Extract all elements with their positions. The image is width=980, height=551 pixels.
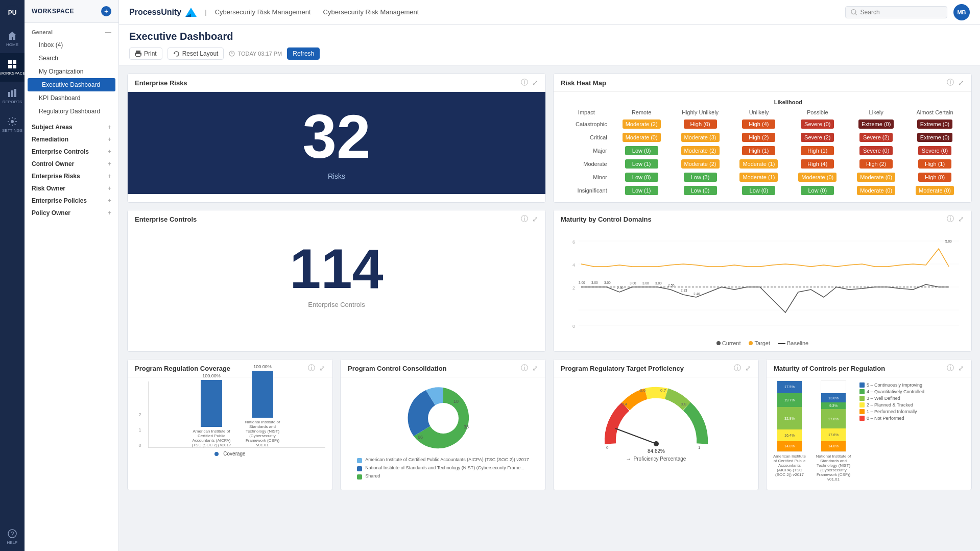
maturity-controls-actions[interactable]: ⓘ ⤢: [947, 364, 964, 373]
donut-legend: American Institute of Certified Public A…: [350, 454, 536, 485]
regulatory-target-title: Program Regulatory Target Proficiency: [561, 365, 684, 372]
nav-home[interactable]: HOME: [0, 25, 25, 53]
sidebar-item-search[interactable]: Search: [25, 52, 118, 65]
gauge-body: 0 0.4 0.6 0.7 0.8 1 84.62% → Proficiency…: [554, 377, 758, 467]
sidebar-item-myorg[interactable]: My Organization: [25, 65, 118, 78]
svg-line-22: [232, 54, 233, 54]
info-icon-3[interactable]: ⓘ: [521, 214, 528, 224]
nav-settings[interactable]: SETTINGS: [0, 110, 25, 139]
maturity-bar-aicpa: 14.8% 16.4% 32.8% 19.7% 17.5% American I…: [772, 380, 807, 482]
sidebar-group-remediation[interactable]: Remediation+: [25, 133, 118, 146]
maturity-bar-nist: 14.8% 17.6% 27.8% 9.3% 13.0% National In…: [816, 380, 851, 482]
reset-icon: [173, 51, 180, 57]
svg-rect-16: [136, 51, 140, 53]
expand-icon-4[interactable]: ⤢: [958, 215, 964, 223]
svg-text:3.00: 3.00: [630, 281, 636, 285]
dashboard-grid: Enterprise Risks ⓘ ⤢ 32 Risks Risk Hea: [119, 65, 980, 498]
app-name: ProcessUnity: [129, 8, 181, 17]
sidebar-item-inbox[interactable]: Inbox (4): [25, 38, 118, 52]
sidebar-group-control_owner[interactable]: Control Owner+: [25, 158, 118, 170]
info-icon[interactable]: ⓘ: [521, 78, 528, 87]
info-icon-5[interactable]: ⓘ: [308, 364, 315, 373]
sidebar-item-regulatory-dashboard[interactable]: Regulatory Dashboard: [25, 105, 118, 118]
expand-icon-7[interactable]: ⤢: [745, 364, 751, 372]
sidebar-group-risk_owner[interactable]: Risk Owner+: [25, 182, 118, 195]
svg-text:84.62%: 84.62%: [648, 448, 665, 454]
svg-text:10: 10: [453, 399, 459, 404]
enterprise-controls-label: Enterprise Controls: [308, 301, 365, 308]
svg-rect-19: [136, 54, 140, 56]
nav-reports[interactable]: REPORTS: [0, 82, 25, 110]
icon-nav: PU HOME WORKSPACE REPORTS SETTINGS ? HEL…: [0, 0, 25, 551]
avatar[interactable]: MB: [953, 4, 970, 20]
expand-icon[interactable]: ⤢: [532, 79, 538, 87]
svg-rect-3: [13, 60, 16, 64]
info-icon-4[interactable]: ⓘ: [947, 214, 954, 224]
svg-text:3.00: 3.00: [642, 281, 649, 285]
svg-text:4: 4: [572, 262, 575, 268]
risk-heat-map-title: Risk Heat Map: [561, 79, 606, 87]
col-remote: Remote: [612, 107, 671, 117]
maturity-line-chart: 6 4 2 0: [561, 233, 964, 336]
info-icon-8[interactable]: ⓘ: [947, 364, 954, 373]
heat-map-row: ModerateLow (1)Moderate (2)Moderate (1)H…: [561, 157, 964, 171]
expand-icon-2[interactable]: ⤢: [958, 79, 964, 87]
dashboard-header: Executive Dashboard Print Reset Layout T…: [119, 25, 980, 65]
general-toggle[interactable]: —: [105, 29, 111, 36]
sidebar-item-kpi-dashboard[interactable]: KPI Dashboard: [25, 91, 118, 105]
sidebar-item-exec-dashboard[interactable]: Executive Dashboard: [28, 78, 115, 91]
search-box[interactable]: [845, 6, 947, 18]
svg-line-47: [615, 428, 656, 444]
reset-layout-button[interactable]: Reset Layout: [168, 47, 224, 60]
print-button[interactable]: Print: [129, 47, 162, 60]
nav-workspace[interactable]: WORKSPACE: [0, 53, 25, 82]
expand-icon-8[interactable]: ⤢: [958, 364, 964, 372]
enterprise-risks-value: 32: [302, 106, 370, 167]
refresh-button[interactable]: Refresh: [287, 47, 320, 60]
top-header: ProcessUnity | Cybersecurity Risk Manage…: [119, 0, 980, 25]
breadcrumb: Cybersecurity Risk Management: [323, 8, 419, 16]
info-icon-6[interactable]: ⓘ: [521, 364, 528, 373]
heat-map-table: Likelihood Impact Remote Highly Unlikely…: [561, 97, 964, 197]
info-icon-2[interactable]: ⓘ: [947, 78, 954, 87]
program-control-actions[interactable]: ⓘ ⤢: [521, 364, 538, 373]
enterprise-risks-title: Enterprise Risks: [135, 79, 187, 87]
nav-help[interactable]: ? HELP: [0, 522, 25, 551]
enterprise-risks-label: Risks: [328, 172, 345, 180]
maturity-chart-legend: Current Target Baseline: [561, 340, 964, 346]
svg-text:?: ?: [11, 531, 14, 538]
sidebar-group-enterprise_controls[interactable]: Enterprise Controls+: [25, 146, 118, 158]
sidebar-group-policy_owner[interactable]: Policy Owner+: [25, 207, 118, 219]
regulatory-target-actions[interactable]: ⓘ ⤢: [734, 364, 751, 373]
program-regulation-actions[interactable]: ⓘ ⤢: [308, 364, 325, 373]
expand-icon-3[interactable]: ⤢: [532, 215, 538, 223]
enterprise-controls-actions[interactable]: ⓘ ⤢: [521, 214, 538, 224]
enterprise-risks-actions[interactable]: ⓘ ⤢: [521, 78, 538, 87]
sidebar-group-subject_areas[interactable]: Subject Areas+: [25, 121, 118, 133]
risk-heat-map-card: Risk Heat Map ⓘ ⤢ Likelihood: [553, 74, 972, 203]
maturity-controls-regulation-card: Maturity of Controls per Regulation ⓘ ⤢ …: [766, 359, 972, 490]
workspace-add-btn[interactable]: +: [101, 6, 111, 16]
legend-target: Target: [749, 340, 770, 346]
legend-shared: Shared: [357, 473, 529, 480]
enterprise-risks-body: 32 Risks: [128, 92, 545, 194]
heat-map-actions[interactable]: ⓘ ⤢: [947, 78, 964, 87]
enterprise-controls-title: Enterprise Controls: [135, 215, 197, 223]
svg-line-15: [855, 13, 857, 15]
enterprise-risks-card: Enterprise Risks ⓘ ⤢ 32 Risks: [127, 74, 546, 203]
coverage-legend: Coverage: [214, 451, 245, 457]
expand-icon-5[interactable]: ⤢: [319, 364, 325, 372]
sidebar-group-enterprise_risks[interactable]: Enterprise Risks+: [25, 170, 118, 182]
svg-text:3.00: 3.00: [579, 281, 585, 284]
expand-icon-6[interactable]: ⤢: [532, 364, 538, 372]
search-input[interactable]: [861, 9, 942, 16]
maturity-domains-chart: 6 4 2 0: [554, 228, 971, 351]
app-logo-icon: PU: [0, 0, 25, 25]
proficiency-legend: → Proficiency Percentage: [626, 456, 686, 462]
sidebar-group-enterprise_policies[interactable]: Enterprise Policies+: [25, 195, 118, 207]
dashboard-area: Executive Dashboard Print Reset Layout T…: [119, 25, 980, 551]
svg-text:2.50: 2.50: [617, 286, 624, 290]
enterprise-controls-body: 114 Enterprise Controls: [128, 228, 545, 320]
maturity-domains-actions[interactable]: ⓘ ⤢: [947, 214, 964, 224]
info-icon-7[interactable]: ⓘ: [734, 364, 741, 373]
